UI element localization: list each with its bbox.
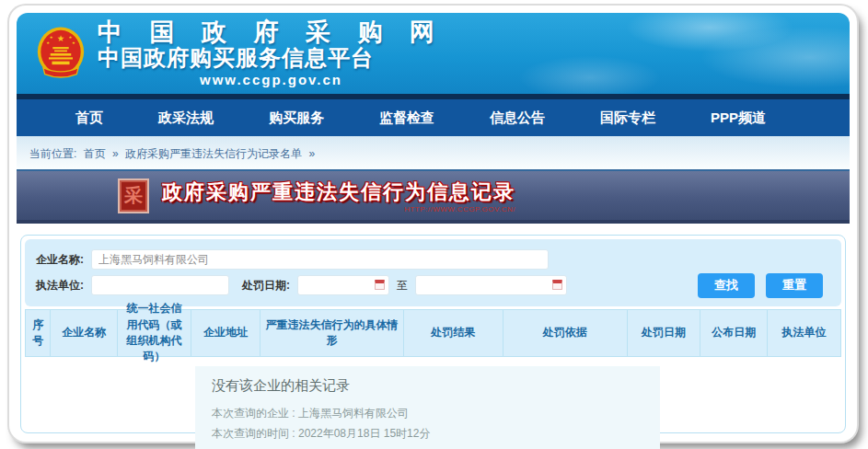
nav-item[interactable]: 首页 [48, 109, 131, 127]
no-record-message: 没有该企业的相关记录 [212, 377, 643, 395]
nav-item[interactable]: 国际专栏 [573, 109, 683, 127]
svg-text:★: ★ [68, 35, 72, 40]
breadcrumb-trailing-separator: » [308, 147, 315, 160]
date-from-wrap [297, 275, 389, 295]
site-title-block: 中 国 政 府 采 购 网 中国政府购买服务信息平台 www.ccgp.gov.… [98, 19, 445, 87]
site-name: 中 国 政 府 采 购 网 [98, 19, 445, 45]
banner-text-block: 政府采购严重违法失信行为信息记录 HTTP://WWW.CCGP.GOV.CN/ [162, 178, 515, 213]
svg-text:★: ★ [50, 35, 53, 40]
table-header-cell: 统一社会信用代码（或组织机构代码） [118, 309, 191, 357]
table-header-cell: 处罚日期 [628, 309, 701, 357]
page-title: 政府采购严重违法失信行为信息记录 [162, 178, 515, 206]
date-to-label: 至 [397, 278, 408, 294]
table-header-cell: 企业地址 [191, 309, 260, 357]
company-name-label: 企业名称: [36, 252, 84, 268]
penalty-date-label: 处罚日期: [242, 278, 290, 294]
nav-item[interactable]: 监督检查 [352, 109, 462, 127]
form-row-company: 企业名称: [36, 247, 830, 272]
svg-text:★: ★ [72, 40, 75, 45]
table-header-cell: 执法单位 [768, 309, 841, 357]
table-header-cell: 严重违法失信行为的具体情形 [260, 309, 403, 357]
breadcrumb-separator: » [112, 147, 119, 160]
site-header: ★ ★ ★ ★ ★ 中 国 政 府 采 购 网 中国政府购买服务信息平台 www… [17, 13, 850, 94]
platform-name: 中国政府购买服务信息平台 [98, 45, 445, 71]
app-window: ★ ★ ★ ★ ★ 中 国 政 府 采 购 网 中国政府购买服务信息平台 www… [9, 6, 857, 442]
svg-text:★: ★ [46, 40, 50, 45]
reset-button[interactable]: 重置 [766, 273, 823, 298]
breadcrumb-current-link[interactable]: 政府采购严重违法失信行为记录名单 [125, 147, 302, 160]
page-banner: 采 政府采购严重违法失信行为信息记录 HTTP://WWW.CCGP.GOV.C… [17, 171, 850, 224]
table-header-cell: 序号 [25, 309, 51, 357]
breadcrumb-home-link[interactable]: 首页 [84, 147, 106, 160]
table-header-cell: 处罚依据 [503, 309, 628, 357]
query-result-box: 没有该企业的相关记录 本次查询的企业 : 上海黑马饲料有限公司 本次查询的时间 … [195, 366, 660, 449]
svg-text:★: ★ [57, 33, 65, 43]
search-form: 企业名称: 执法单位: 处罚日期: 至 查找 重置 [25, 239, 841, 306]
queried-time-line: 本次查询的时间 : 2022年08月18日 15时12分 [212, 424, 643, 444]
agency-input[interactable] [91, 275, 229, 295]
table-header-cell: 企业名称 [51, 309, 118, 357]
form-row-filters: 执法单位: 处罚日期: 至 查找 重置 [36, 272, 830, 298]
button-group: 查找 重置 [698, 273, 830, 298]
nav-item[interactable]: 信息公告 [462, 109, 573, 127]
calendar-icon[interactable] [375, 280, 385, 290]
site-url: www.ccgp.gov.cn [98, 72, 445, 87]
calendar-icon[interactable] [552, 280, 562, 290]
company-name-input[interactable] [91, 249, 549, 270]
queried-company-line: 本次查询的企业 : 上海黑马饲料有限公司 [212, 404, 643, 424]
breadcrumb-label: 当前位置: [29, 147, 76, 160]
nav-item[interactable]: 购买服务 [241, 109, 352, 127]
content-panel: 企业名称: 执法单位: 处罚日期: 至 查找 重置 [20, 235, 846, 433]
breadcrumb: 当前位置: 首页 » 政府采购严重违法失信行为记录名单 » [17, 136, 850, 171]
seal-glyph: 采 [124, 183, 143, 208]
date-to-wrap [415, 275, 567, 295]
table-header-cell: 处罚结果 [404, 309, 503, 357]
main-nav: 首页政采法规购买服务监督检查信息公告国际专栏PPP频道 [17, 94, 850, 136]
agency-label: 执法单位: [36, 278, 84, 294]
nav-item[interactable]: 政采法规 [131, 109, 241, 127]
results-table-header: 序号企业名称统一社会信用代码（或组织机构代码）企业地址严重违法失信行为的具体情形… [25, 309, 841, 357]
search-button[interactable]: 查找 [698, 273, 755, 298]
date-to-input[interactable] [415, 275, 567, 295]
table-header-cell: 公布日期 [700, 309, 768, 357]
banner-url-caption: HTTP://WWW.CCGP.GOV.CN/ [404, 205, 515, 213]
national-emblem-icon: ★ ★ ★ ★ ★ [37, 26, 85, 81]
nav-item[interactable]: PPP频道 [683, 109, 793, 127]
procurement-seal-icon: 采 [118, 178, 149, 213]
